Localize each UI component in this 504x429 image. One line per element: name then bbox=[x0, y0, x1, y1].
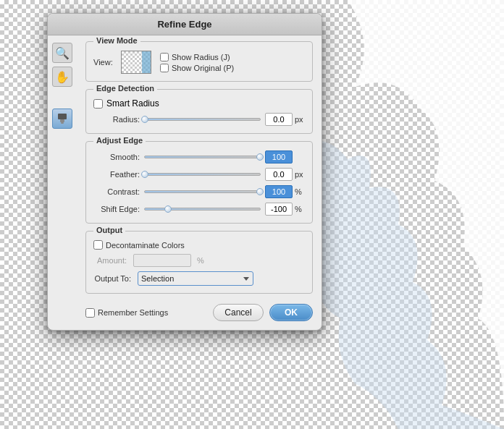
contrast-value-input[interactable] bbox=[265, 185, 293, 198]
smooth-slider[interactable] bbox=[144, 156, 261, 158]
dialog-buttons: Cancel OK bbox=[213, 304, 313, 321]
view-mode-section: View Mode View: Show Radius (J) bbox=[85, 41, 313, 82]
brush-icon bbox=[56, 112, 69, 125]
shift-edge-slider-row: Shift Edge: % bbox=[93, 203, 305, 216]
view-thumbnail[interactable] bbox=[121, 51, 151, 74]
radius-unit: px bbox=[295, 115, 305, 124]
smooth-label: Smooth: bbox=[93, 153, 144, 161]
shift-edge-thumb[interactable] bbox=[164, 205, 172, 213]
hand-tool-button[interactable]: ✋ bbox=[52, 67, 72, 87]
radius-label: Radius: bbox=[93, 115, 144, 124]
show-radius-row[interactable]: Show Radius (J) bbox=[160, 53, 234, 61]
contrast-slider-row: Contrast: % bbox=[93, 185, 305, 198]
remember-settings-checkbox[interactable] bbox=[85, 308, 95, 318]
smooth-value-input[interactable] bbox=[265, 150, 293, 163]
view-label-text: View: bbox=[93, 58, 115, 67]
adjust-edge-section: Adjust Edge Smooth: Feather: bbox=[85, 141, 313, 224]
smart-radius-row: Smart Radius bbox=[93, 98, 305, 109]
contrast-unit: % bbox=[295, 187, 305, 196]
dialog-title: Refine Edge bbox=[48, 14, 322, 35]
shift-edge-unit: % bbox=[295, 205, 305, 213]
shift-edge-slider[interactable] bbox=[144, 208, 261, 211]
show-radius-label: Show Radius (J) bbox=[172, 53, 230, 61]
feather-slider[interactable] bbox=[144, 173, 261, 176]
feather-slider-row: Feather: px bbox=[93, 168, 305, 181]
ok-button[interactable]: OK bbox=[269, 304, 313, 321]
contrast-slider[interactable] bbox=[144, 190, 261, 193]
feather-label: Feather: bbox=[93, 170, 144, 179]
radius-slider[interactable] bbox=[144, 118, 261, 121]
remember-settings-label: Remember Settings bbox=[98, 308, 168, 317]
brush-tool-button[interactable] bbox=[52, 109, 72, 129]
amount-label: Amount: bbox=[93, 256, 130, 265]
radius-thumb[interactable] bbox=[141, 116, 148, 123]
edge-detection-section: Edge Detection Smart Radius Radius: px bbox=[85, 89, 313, 134]
show-original-label: Show Original (P) bbox=[172, 64, 234, 72]
smooth-thumb[interactable] bbox=[256, 153, 264, 161]
radius-slider-row: Radius: px bbox=[93, 113, 305, 126]
feather-thumb[interactable] bbox=[141, 171, 148, 178]
remember-row[interactable]: Remember Settings bbox=[85, 308, 168, 318]
refine-edge-dialog: Refine Edge 🔍 ✋ View Mode bbox=[47, 13, 322, 331]
edge-detection-label: Edge Detection bbox=[93, 84, 157, 93]
feather-value-input[interactable] bbox=[265, 168, 293, 181]
feather-unit: px bbox=[295, 170, 305, 179]
show-original-checkbox[interactable] bbox=[160, 64, 169, 72]
smart-radius-label: Smart Radius bbox=[106, 98, 159, 109]
decontaminate-label: Decontaminate Colors bbox=[106, 241, 185, 250]
decontaminate-checkbox[interactable] bbox=[93, 240, 103, 250]
show-radius-checkbox[interactable] bbox=[160, 53, 169, 61]
svg-rect-1 bbox=[60, 119, 64, 122]
svg-rect-0 bbox=[58, 114, 67, 119]
output-label: Output bbox=[93, 226, 125, 234]
output-to-select[interactable]: Selection Layer Mask New Layer New Layer… bbox=[138, 271, 253, 286]
adjust-edge-label: Adjust Edge bbox=[93, 136, 146, 145]
amount-unit: % bbox=[197, 256, 207, 265]
zoom-tool-button[interactable]: 🔍 bbox=[52, 43, 72, 63]
cancel-button[interactable]: Cancel bbox=[213, 304, 264, 321]
svg-rect-2 bbox=[61, 122, 64, 124]
contrast-label: Contrast: bbox=[93, 187, 144, 196]
shift-edge-value-input[interactable] bbox=[265, 203, 293, 216]
bottom-area: Remember Settings Cancel OK bbox=[85, 301, 313, 321]
output-to-row: Output To: Selection Layer Mask New Laye… bbox=[93, 271, 305, 286]
decontaminate-row: Decontaminate Colors bbox=[93, 240, 305, 250]
shift-edge-label: Shift Edge: bbox=[93, 205, 144, 213]
smooth-slider-row: Smooth: bbox=[93, 150, 305, 163]
output-to-label-text: Output To: bbox=[93, 274, 134, 283]
smart-radius-checkbox[interactable] bbox=[93, 99, 103, 109]
contrast-thumb[interactable] bbox=[256, 188, 264, 195]
view-mode-label: View Mode bbox=[93, 36, 140, 45]
radius-value-input[interactable] bbox=[265, 113, 293, 126]
output-section: Output Decontaminate Colors Amount: % Ou… bbox=[85, 231, 313, 294]
amount-input bbox=[133, 254, 191, 267]
show-original-row[interactable]: Show Original (P) bbox=[160, 64, 234, 72]
amount-row: Amount: % bbox=[93, 254, 305, 267]
